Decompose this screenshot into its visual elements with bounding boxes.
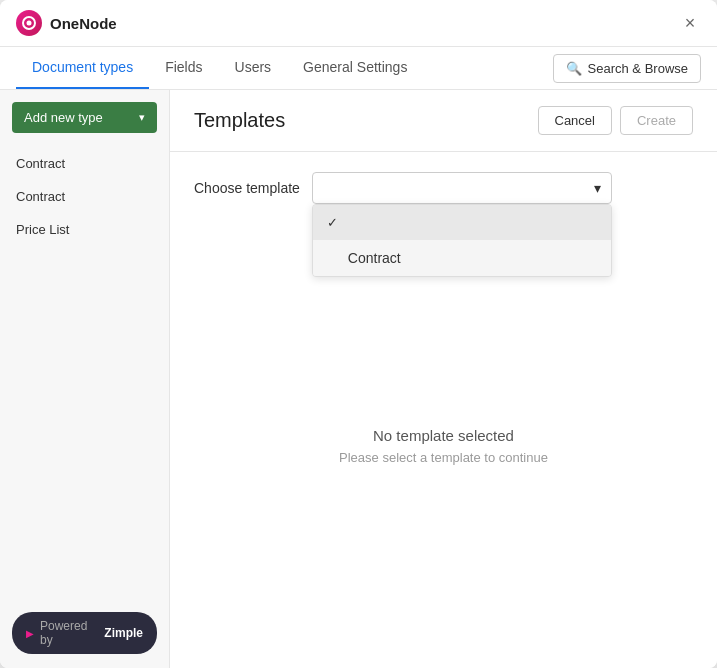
add-new-arrow: ▾ [139, 111, 145, 124]
add-new-label: Add new type [24, 110, 103, 125]
dropdown-item-label: Contract [348, 250, 401, 266]
list-item[interactable]: Price List [0, 213, 169, 246]
tab-users[interactable]: Users [219, 47, 288, 89]
play-icon: ▶ [26, 628, 34, 639]
check-icon: ✓ [327, 215, 338, 230]
page-title: Templates [194, 109, 285, 132]
powered-by-text: Powered by [40, 619, 98, 647]
search-browse-label: Search & Browse [588, 61, 688, 76]
add-new-type-button[interactable]: Add new type ▾ [12, 102, 157, 133]
brand-name: Zimple [104, 626, 143, 640]
search-browse-button[interactable]: 🔍 Search & Browse [553, 54, 701, 83]
close-button[interactable]: × [679, 12, 701, 34]
svg-point-1 [27, 21, 32, 26]
tab-document-types[interactable]: Document types [16, 47, 149, 89]
main-header: Templates Cancel Create [170, 90, 717, 152]
dropdown-menu: ✓ Contract [312, 204, 612, 277]
sidebar-footer: ▶ Powered by Zimple [0, 598, 169, 668]
list-item[interactable]: Contract [0, 147, 169, 180]
template-label: Choose template [194, 172, 300, 196]
empty-title: No template selected [373, 427, 514, 444]
template-dropdown[interactable]: ▾ [312, 172, 612, 204]
nav-bar: Document types Fields Users General Sett… [0, 47, 717, 90]
template-row: Choose template ▾ ✓ Contract [170, 152, 717, 224]
sidebar: Add new type ▾ Contract Contract Price L… [0, 90, 170, 668]
title-bar: OneNode × [0, 0, 717, 47]
list-item[interactable]: Contract [0, 180, 169, 213]
tab-fields[interactable]: Fields [149, 47, 218, 89]
body-layout: Add new type ▾ Contract Contract Price L… [0, 90, 717, 668]
title-bar-left: OneNode [16, 10, 117, 36]
tab-general-settings[interactable]: General Settings [287, 47, 423, 89]
empty-state: No template selected Please select a tem… [170, 224, 717, 668]
empty-subtitle: Please select a template to continue [339, 450, 548, 465]
app-title: OneNode [50, 15, 117, 32]
cancel-button[interactable]: Cancel [538, 106, 612, 135]
dropdown-item-blank[interactable]: ✓ [313, 205, 611, 240]
dropdown-item-contract[interactable]: Contract [313, 240, 611, 276]
main-content: Templates Cancel Create Choose template … [170, 90, 717, 668]
header-actions: Cancel Create [538, 106, 694, 135]
app-logo [16, 10, 42, 36]
app-window: OneNode × Document types Fields Users Ge… [0, 0, 717, 668]
powered-by-badge: ▶ Powered by Zimple [12, 612, 157, 654]
chevron-down-icon: ▾ [594, 180, 601, 196]
create-button[interactable]: Create [620, 106, 693, 135]
dropdown-wrapper: ▾ ✓ Contract [312, 172, 612, 204]
search-icon: 🔍 [566, 61, 582, 76]
